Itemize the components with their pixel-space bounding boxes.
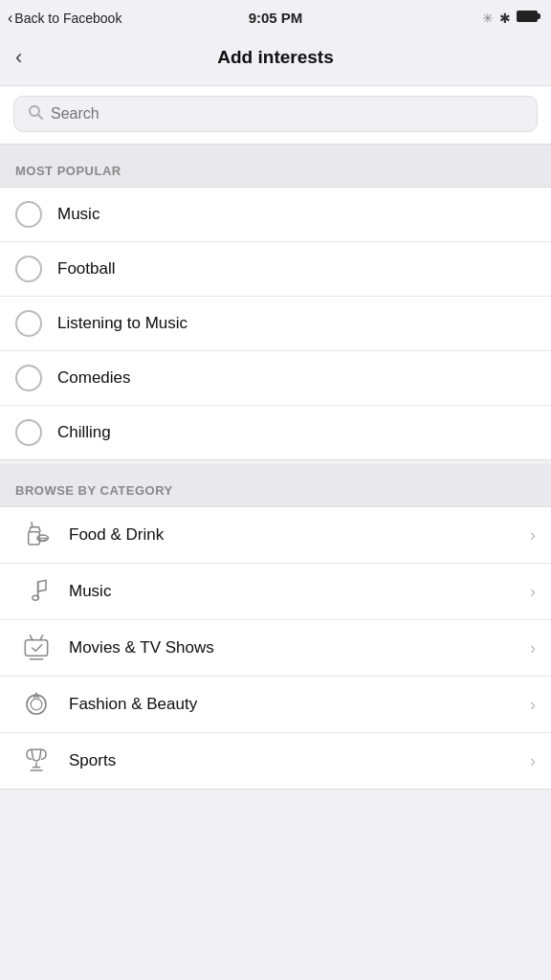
svg-line-1: [38, 115, 42, 119]
interest-comedies: Comedies: [57, 368, 131, 388]
radio-football[interactable]: [15, 256, 42, 282]
chevron-right-icon: ›: [530, 695, 536, 715]
list-item[interactable]: Listening to Music: [0, 297, 551, 351]
sports-icon: [15, 746, 57, 775]
battery-icon: [517, 11, 538, 25]
chevron-right-icon: ›: [530, 525, 536, 546]
search-input-wrapper[interactable]: [13, 96, 538, 132]
most-popular-section-header: MOST POPULAR: [0, 145, 551, 187]
list-item[interactable]: Music: [0, 188, 551, 242]
nav-bar: ‹ Add interests: [0, 33, 551, 85]
list-item[interactable]: Chilling: [0, 406, 551, 459]
fashion-beauty-icon: [15, 690, 57, 719]
most-popular-label: MOST POPULAR: [15, 164, 121, 178]
most-popular-list: Music Football Listening to Music Comedi…: [0, 187, 551, 460]
category-label-music: Music: [69, 582, 530, 601]
radio-music[interactable]: [15, 201, 42, 228]
search-bar-container: [0, 85, 551, 145]
search-icon: [28, 104, 43, 123]
category-label-sports: Sports: [69, 751, 530, 770]
radio-listening[interactable]: [15, 310, 42, 337]
svg-point-12: [31, 699, 42, 710]
status-icons: ✳ ✱: [482, 11, 538, 26]
back-chevron: ‹: [8, 10, 12, 27]
category-label-movies-tv: Movies & TV Shows: [69, 638, 530, 657]
category-list: Food & Drink › Music ›: [0, 506, 551, 790]
browse-category-label: BROWSE BY CATEGORY: [15, 483, 173, 498]
search-input[interactable]: [51, 105, 523, 122]
music-icon: [15, 577, 57, 606]
interest-football: Football: [57, 259, 115, 278]
svg-point-11: [27, 695, 46, 714]
back-button[interactable]: ‹: [15, 45, 22, 70]
browse-category-section-header: BROWSE BY CATEGORY: [0, 464, 551, 506]
page-title: Add interests: [217, 47, 333, 68]
category-label-food-drink: Food & Drink: [69, 525, 530, 545]
movies-tv-icon: [15, 634, 57, 662]
back-to-facebook[interactable]: ‹ Back to Facebook: [0, 10, 121, 27]
food-drink-icon: [15, 521, 57, 549]
interest-listening-to-music: Listening to Music: [57, 314, 187, 333]
chevron-right-icon: ›: [530, 751, 536, 771]
interest-chilling: Chilling: [57, 423, 111, 442]
chevron-right-icon: ›: [530, 582, 536, 602]
list-item[interactable]: Comedies: [0, 351, 551, 406]
category-item-sports[interactable]: Sports ›: [0, 733, 551, 789]
category-item-food-drink[interactable]: Food & Drink ›: [0, 507, 551, 564]
interest-music: Music: [57, 205, 99, 224]
chevron-right-icon: ›: [530, 638, 536, 658]
brightness-icon: ✳: [482, 11, 494, 26]
radio-comedies[interactable]: [15, 365, 42, 391]
status-time: 9:05 PM: [249, 10, 303, 26]
category-label-fashion-beauty: Fashion & Beauty: [69, 695, 530, 714]
status-bar: ‹ Back to Facebook 9:05 PM ✳ ✱: [0, 0, 551, 33]
category-item-fashion-beauty[interactable]: Fashion & Beauty ›: [0, 677, 551, 733]
bluetooth-icon: ✱: [499, 11, 511, 26]
svg-line-3: [32, 523, 33, 527]
category-item-movies-tv[interactable]: Movies & TV Shows ›: [0, 620, 551, 677]
category-item-music[interactable]: Music ›: [0, 564, 551, 620]
back-label: Back to Facebook: [14, 11, 121, 26]
radio-chilling[interactable]: [15, 419, 42, 446]
svg-rect-7: [25, 640, 47, 657]
list-item[interactable]: Football: [0, 242, 551, 297]
